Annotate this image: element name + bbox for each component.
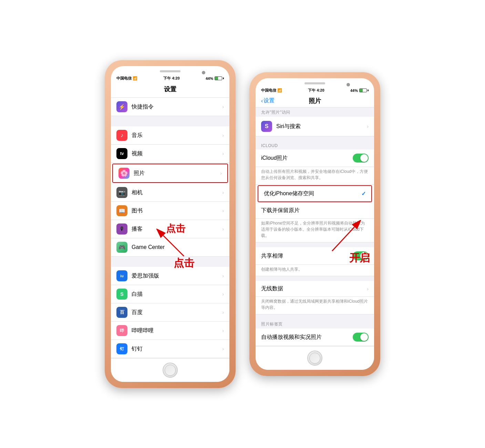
section-header-tabs: 照片标签页	[256, 319, 374, 329]
shortcuts-arrow: ›	[222, 104, 224, 110]
bilibili-label: 哔哩哔哩	[132, 327, 222, 334]
list-item-baidu[interactable]: 百 百度 ›	[111, 303, 229, 322]
divider-4	[256, 314, 374, 319]
icloud-label: iCloud照片	[261, 155, 353, 162]
bilibili-arrow: ›	[222, 328, 224, 333]
right-carrier: 中国电信	[261, 88, 276, 93]
baimiao-icon-char: S	[120, 291, 123, 297]
photos-item-cellular[interactable]: 无线数据 ›	[256, 281, 374, 297]
cellular-desc: 关闭蜂窝数据，通过无线局域网更新共享相簿和iCloud照片等内容。	[256, 297, 374, 314]
photos-item-autoplay[interactable]: 自动播放视频和实况照片	[256, 329, 374, 346]
photos-label: 照片	[134, 170, 220, 177]
baimiao-arrow: ›	[222, 291, 224, 297]
right-settings-list[interactable]: 允许"照片"访问 S Siri与搜索 › ICLOUD iCloud照片	[256, 107, 374, 346]
list-item-aisi[interactable]: iu 爱思加强版 ›	[111, 267, 229, 285]
siri-label: Siri与搜索	[276, 123, 367, 130]
right-battery-fill	[360, 89, 363, 92]
bilibili-icon: 哔	[116, 325, 127, 336]
list-item-books[interactable]: 📖 图书 ›	[111, 202, 229, 220]
shortcuts-icon-char: ⚡	[118, 104, 125, 110]
list-item-shortcuts[interactable]: ⚡ 快捷指令 ›	[111, 98, 229, 116]
photos-item-icloud[interactable]: iCloud照片	[256, 149, 374, 167]
cellular-label: 无线数据	[261, 285, 367, 292]
baimiao-icon: S	[116, 289, 127, 300]
music-label: 音乐	[132, 132, 222, 139]
right-battery-pct: 44%	[350, 88, 358, 93]
list-item-gamecenter[interactable]: 🎮 Game Center	[111, 238, 229, 257]
photos-highlighted-container: 🌸 照片 ›	[112, 164, 228, 183]
list-item-camera[interactable]: 📷 相机 ›	[111, 184, 229, 202]
right-page-title: 照片	[309, 97, 321, 105]
podcasts-arrow: ›	[222, 226, 224, 232]
left-speaker	[160, 70, 180, 72]
right-battery-tip	[368, 90, 369, 91]
dingding-icon: 钉	[116, 343, 127, 354]
list-item-podcasts[interactable]: 🎙 播客 ›	[111, 220, 229, 238]
right-nav-bar: ‹ 设置 照片	[256, 94, 374, 107]
baidu-icon: 百	[116, 307, 127, 318]
gamecenter-icon-char: 🎮	[118, 244, 125, 251]
podcasts-icon-char: 🎙	[119, 226, 125, 232]
icloud-toggle[interactable]	[353, 154, 369, 163]
aisi-label: 爱思加强版	[132, 272, 222, 280]
bilibili-icon-char: 哔	[120, 328, 124, 334]
photos-item-siri[interactable]: S Siri与搜索 ›	[256, 117, 374, 136]
shared-label: 共享相簿	[261, 252, 353, 260]
photos-item-shared[interactable]: 共享相簿	[256, 247, 374, 265]
right-home-button[interactable]	[307, 351, 322, 366]
siri-icon-char: S	[265, 123, 269, 129]
list-item-baimiao[interactable]: S 白描 ›	[111, 285, 229, 303]
back-button[interactable]: ‹ 设置	[261, 97, 275, 104]
left-home-button[interactable]	[163, 363, 178, 378]
left-phone-bottom	[111, 358, 229, 382]
shared-desc: 创建相簿与他人共享。	[256, 265, 374, 276]
right-home-button-inner	[309, 353, 320, 364]
left-battery-pct: 44%	[206, 76, 213, 81]
right-time: 下午 4:20	[308, 88, 324, 93]
aisi-arrow: ›	[222, 273, 224, 279]
shared-toggle[interactable]	[353, 251, 369, 260]
right-phone-bottom	[256, 346, 374, 370]
siri-arrow: ›	[367, 124, 369, 129]
autoplay-toggle[interactable]	[353, 333, 369, 342]
music-icon-char: ♪	[121, 132, 123, 138]
download-desc: 如果iPhone空间不足，全分辨率照片和视频将自动替换为适用于设备的较小版本。全…	[256, 219, 374, 242]
download-label: 下载并保留原片	[261, 207, 369, 214]
right-wifi-icon: 📶	[277, 88, 282, 93]
photos-arrow: ›	[220, 170, 222, 176]
photos-item-optimize[interactable]: 优化iPhone储存空间 ✓	[258, 186, 371, 201]
back-chevron-icon: ‹	[261, 98, 263, 104]
left-battery-body	[215, 76, 222, 80]
left-status-right: 44%	[206, 76, 224, 81]
list-item-dingding[interactable]: 钉 钉钉 ›	[111, 340, 229, 358]
icloud-desc: 自动上传所有照片和视频，并安全地储存在iCloud中，方便您从任何设备浏览、搜索…	[256, 167, 374, 185]
divider-2	[256, 242, 374, 247]
gap-2	[111, 257, 229, 267]
left-time: 下午 4:20	[163, 76, 179, 81]
list-item-music[interactable]: ♪ 音乐 ›	[111, 126, 229, 145]
shortcuts-label: 快捷指令	[132, 103, 222, 111]
books-icon: 📖	[116, 205, 127, 216]
list-item-tv[interactable]: tv 视频 ›	[111, 145, 229, 163]
left-settings-list[interactable]: ⚡ 快捷指令 › ♪ 音乐 ›	[111, 98, 229, 358]
section-header-icloud: ICLOUD	[256, 141, 374, 149]
right-camera	[347, 83, 350, 86]
tv-icon: tv	[116, 148, 127, 159]
optimize-checkmark: ✓	[361, 190, 366, 197]
photos-item-download[interactable]: 下载并保留原片	[256, 203, 374, 219]
books-label: 图书	[132, 207, 222, 215]
podcasts-label: 播客	[132, 226, 222, 233]
left-phone: 中国电信 📶 下午 4:20 44%	[105, 60, 236, 388]
books-arrow: ›	[222, 208, 224, 213]
autoplay-label: 自动播放视频和实况照片	[261, 334, 353, 341]
right-battery-body	[359, 88, 367, 92]
dingding-label: 钉钉	[132, 345, 222, 353]
left-battery	[215, 76, 224, 80]
phones-container: 中国电信 📶 下午 4:20 44%	[105, 60, 380, 388]
dingding-arrow: ›	[222, 346, 224, 352]
left-page-title: 设置	[111, 82, 229, 98]
gamecenter-label: Game Center	[132, 244, 224, 250]
list-item-photos[interactable]: 🌸 照片 ›	[113, 164, 227, 182]
optimize-label: 优化iPhone储存空间	[264, 190, 361, 197]
list-item-bilibili[interactable]: 哔 哔哩哔哩 ›	[111, 322, 229, 340]
